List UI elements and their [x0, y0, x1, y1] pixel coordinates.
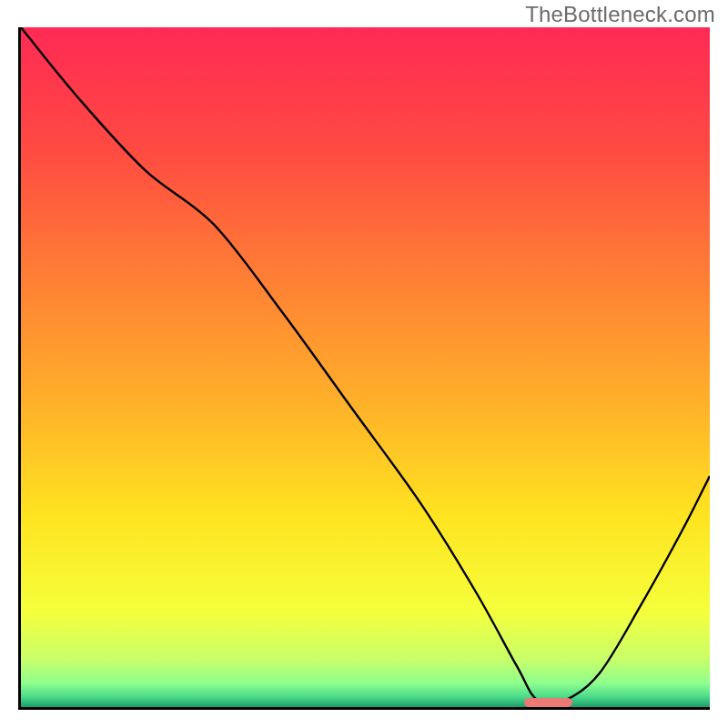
bottleneck-curve	[21, 27, 710, 707]
chart-container: TheBottleneck.com	[0, 0, 728, 728]
optimal-marker	[524, 698, 572, 707]
plot-area	[21, 27, 710, 707]
curve-path	[21, 27, 710, 704]
plot-frame	[18, 27, 710, 710]
watermark-text: TheBottleneck.com	[525, 2, 715, 27]
